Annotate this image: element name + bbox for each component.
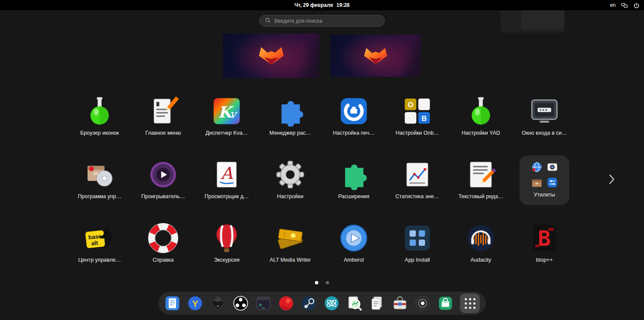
workspace-thumbnail-1[interactable] xyxy=(223,33,319,78)
dock-item-software-center[interactable] xyxy=(437,295,454,311)
login-screen-icon xyxy=(529,95,560,127)
app-label: Статистика эне… xyxy=(395,193,439,199)
gear-icon xyxy=(274,159,306,190)
app-label: Окно входа в си… xyxy=(522,130,567,136)
clock-button[interactable]: Чт, 29 февраля 19:28 xyxy=(295,0,349,10)
red-browser-icon xyxy=(278,295,295,311)
svg-text:B: B xyxy=(422,115,427,123)
app-tile-control-center[interactable]: base alt Центр управле… xyxy=(68,222,131,286)
steam-icon xyxy=(301,295,317,311)
fox-logo xyxy=(259,47,284,64)
app-tile-extensions[interactable]: Расширения xyxy=(322,159,386,222)
svg-text:>_: >_ xyxy=(259,302,265,308)
dock-item-y-browser[interactable]: Y xyxy=(187,295,204,311)
app-label: Центр управле… xyxy=(78,257,121,263)
app-label: App Install xyxy=(405,257,430,263)
documents-icon xyxy=(369,295,386,311)
dock-item-red-browser[interactable] xyxy=(278,295,295,311)
app-grid: Броузер иконок Главное меню xyxy=(68,95,576,286)
page-indicator xyxy=(315,281,329,284)
app-tile-login-window[interactable]: Окно входа в си… xyxy=(513,95,576,159)
app-tile-tour[interactable]: Экскурсия xyxy=(195,222,258,286)
app-tile-kvantum-manager[interactable]: K v Диспетчер Kva… xyxy=(195,95,258,159)
log-viewer-icon xyxy=(346,295,363,311)
basealt-logo-icon: base alt xyxy=(84,222,115,254)
dash-dock: Y >_ xyxy=(158,292,486,315)
app-tile-icon-browser[interactable]: Броузер иконок xyxy=(68,95,131,159)
app-tile-onboard-settings[interactable]: O B Настройки Onb… xyxy=(386,95,449,159)
archive-box-icon xyxy=(531,177,543,188)
page-dot-1[interactable] xyxy=(315,281,319,284)
app-tile-media-player[interactable]: Проигрыватель… xyxy=(131,159,195,222)
app-tile-btop[interactable]: B btop++ xyxy=(513,222,576,286)
globe-icon xyxy=(531,161,543,173)
dock-item-terminal[interactable]: >_ xyxy=(255,295,272,311)
svg-text:A: A xyxy=(220,163,233,183)
app-tile-help[interactable]: Справка xyxy=(131,222,195,286)
top-bar: Чт, 29 февраля 19:28 en xyxy=(0,0,644,10)
dock-item-atom-app[interactable] xyxy=(324,295,340,311)
app-label: Диспетчер Kva… xyxy=(206,130,248,136)
power-icon[interactable] xyxy=(633,2,640,9)
app-tile-power-statistics[interactable]: Статистика эне… xyxy=(386,159,449,222)
app-tile-audacity[interactable]: Audacity xyxy=(449,222,513,286)
app-tile-print-settings[interactable]: Настройка печ… xyxy=(322,95,386,159)
chevron-right-icon xyxy=(608,174,616,185)
app-tile-amberol[interactable]: Amberol xyxy=(322,222,386,286)
app-tile-yad-settings[interactable]: Настройки YAD xyxy=(449,95,513,159)
btop-red-b-icon: B xyxy=(529,222,560,254)
app-tile-app-install[interactable]: App Install xyxy=(386,222,449,286)
terminal-icon: >_ xyxy=(255,295,272,311)
recorder-icon xyxy=(415,295,431,311)
page-dot-2[interactable] xyxy=(326,281,329,284)
kv-icon: K v xyxy=(211,95,243,127)
dock-item-obs[interactable] xyxy=(233,295,249,311)
svg-text:O: O xyxy=(408,101,413,109)
lifebuoy-icon xyxy=(147,222,179,254)
dock-item-inkscape[interactable] xyxy=(210,295,226,311)
app-label: Настройки YAD xyxy=(462,130,500,136)
svg-text:alt: alt xyxy=(91,239,99,247)
gnome-activities-overview: Чт, 29 февраля 19:28 en xyxy=(0,0,644,320)
flask-icon xyxy=(84,95,115,127)
show-apps-button[interactable] xyxy=(460,293,480,313)
dock-item-recorder[interactable] xyxy=(415,295,431,311)
keyboard-layout-indicator[interactable]: en xyxy=(610,2,616,8)
app-tile-settings[interactable]: Настройки xyxy=(258,159,322,222)
puzzle-icon xyxy=(274,95,306,127)
app-label: Проигрыватель… xyxy=(141,193,185,199)
app-label: Настройка печ… xyxy=(333,130,374,136)
document-a-icon: A xyxy=(211,159,243,190)
folder-mini-grid xyxy=(531,161,558,188)
hot-air-balloon-icon xyxy=(211,222,243,254)
dock-item-documents[interactable] xyxy=(369,295,386,311)
dock-item-toolbox[interactable] xyxy=(392,295,408,311)
puzzle-icon xyxy=(338,159,370,190)
dock-item-steam[interactable] xyxy=(301,295,317,311)
search-bar[interactable]: Введите для поиска xyxy=(259,15,385,27)
fox-logo xyxy=(364,48,387,64)
app-label: ALT Media Writer xyxy=(270,257,311,263)
software-center-icon xyxy=(437,295,454,311)
app-label: Amberol xyxy=(344,257,364,263)
dock-item-files[interactable] xyxy=(164,295,181,311)
app-label: Броузер иконок xyxy=(80,130,119,136)
app-tile-main-menu[interactable]: Главное меню xyxy=(131,95,195,159)
app-tile-doc-viewer[interactable]: A Просмотрщик д… xyxy=(195,159,258,222)
app-tile-package-manager[interactable]: Программа упр… xyxy=(68,159,131,222)
keyboard-keys-icon: O B xyxy=(401,95,433,127)
app-tile-text-editor[interactable]: Текстовый реда… xyxy=(449,159,513,222)
notes-pencil-icon xyxy=(147,95,179,127)
app-folder-utilities[interactable]: Утилиты xyxy=(513,159,576,222)
network-workgroup-icon[interactable] xyxy=(621,2,628,9)
app-tile-alt-media-writer[interactable]: ALT Media Writer xyxy=(258,222,322,286)
inkscape-icon xyxy=(210,295,226,311)
workspace-thumbnail-2[interactable] xyxy=(330,35,421,77)
app-tile-extensions-manager[interactable]: Менеджер рас… xyxy=(258,95,322,159)
next-page-arrow[interactable] xyxy=(605,172,618,186)
app-label: Программа упр… xyxy=(78,193,121,199)
system-status-area[interactable]: en xyxy=(610,0,640,10)
audacity-headphones-icon xyxy=(465,222,497,254)
dock-item-log-viewer[interactable] xyxy=(346,295,363,311)
app-label: Настройки xyxy=(277,193,303,199)
